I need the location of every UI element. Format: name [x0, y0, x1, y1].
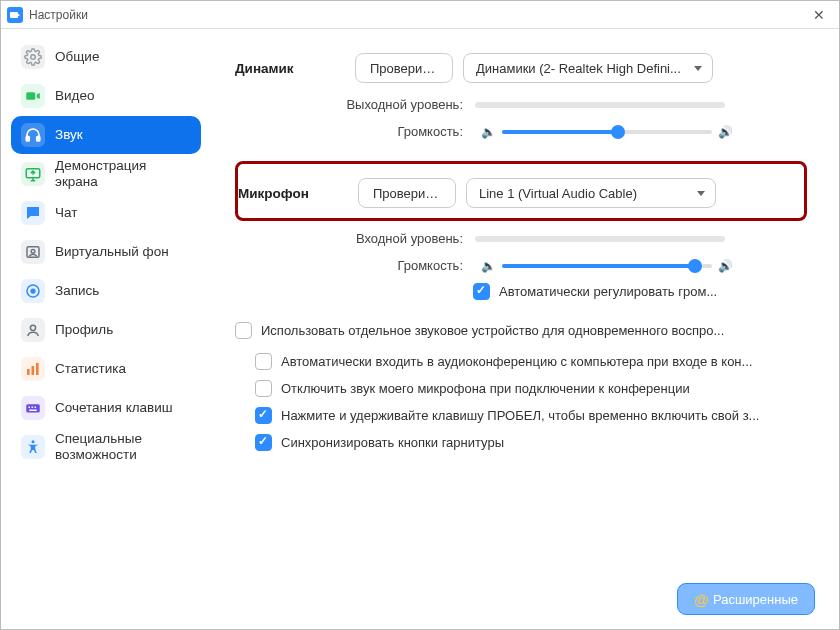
- option-auto-join: Автоматически входить в аудиоконференцию…: [255, 353, 807, 370]
- sidebar-item-label: Демонстрация экрана: [55, 158, 191, 189]
- headphones-icon: [21, 123, 45, 147]
- mic-volume-slider[interactable]: [502, 264, 712, 268]
- mic-device-dropdown[interactable]: Line 1 (Virtual Audio Cable): [466, 178, 716, 208]
- chat-icon: [21, 201, 45, 225]
- svg-rect-14: [29, 407, 31, 409]
- sidebar-item-profile[interactable]: Профиль: [11, 311, 201, 349]
- sidebar-item-label: Сочетания клавиш: [55, 400, 173, 416]
- options-section: Использовать отдельное звуковое устройст…: [235, 322, 807, 451]
- volume-down-icon: 🔈: [481, 259, 496, 273]
- gear-icon: [21, 45, 45, 69]
- volume-up-icon: 🔊: [718, 259, 733, 273]
- video-icon: [21, 84, 45, 108]
- svg-rect-5: [27, 247, 39, 258]
- input-level-label: Входной уровень:: [335, 231, 475, 246]
- advanced-button-label: Расширенные: [713, 592, 798, 607]
- mic-label: Микрофон: [238, 186, 358, 201]
- advanced-button[interactable]: Расширенные: [677, 583, 815, 615]
- speaker-label: Динамик: [235, 61, 355, 76]
- mic-volume-label: Громкость:: [335, 258, 475, 273]
- window-title: Настройки: [29, 8, 805, 22]
- sidebar-item-share[interactable]: Демонстрация экрана: [11, 155, 201, 193]
- svg-rect-15: [32, 407, 34, 409]
- svg-point-18: [32, 440, 35, 443]
- stats-icon: [21, 357, 45, 381]
- close-icon[interactable]: ✕: [805, 7, 833, 23]
- mic-row: Микрофон Проверить ... Line 1 (Virtual A…: [238, 178, 792, 208]
- speaker-device-dropdown[interactable]: Динамики (2- Realtek High Defini...: [463, 53, 713, 83]
- output-level-row: Выходной уровень:: [235, 97, 807, 112]
- sidebar-item-chat[interactable]: Чат: [11, 194, 201, 232]
- speaker-volume-slider[interactable]: [502, 130, 712, 134]
- speaker-row: Динамик Проверить ... Динамики (2- Realt…: [235, 53, 807, 83]
- space-unmute-checkbox[interactable]: [255, 407, 272, 424]
- keyboard-icon: [21, 396, 45, 420]
- virtual-bg-icon: [21, 240, 45, 264]
- sidebar-item-shortcuts[interactable]: Сочетания клавиш: [11, 389, 201, 427]
- sidebar-item-general[interactable]: Общие: [11, 38, 201, 76]
- svg-rect-17: [29, 410, 37, 412]
- auto-join-label: Автоматически входить в аудиоконференцию…: [281, 354, 752, 369]
- sidebar-item-virtualbg[interactable]: Виртуальный фон: [11, 233, 201, 271]
- separate-audio-label: Использовать отдельное звуковое устройст…: [261, 323, 724, 338]
- sidebar-item-label: Общие: [55, 49, 99, 65]
- accessibility-icon: [21, 435, 45, 459]
- auto-adjust-row: Автоматически регулировать гром...: [235, 283, 807, 300]
- test-speaker-button[interactable]: Проверить ...: [355, 53, 453, 83]
- option-space-unmute: Нажмите и удерживайте клавишу ПРОБЕЛ, чт…: [255, 407, 807, 424]
- sidebar-item-statistics[interactable]: Статистика: [11, 350, 201, 388]
- svg-point-8: [30, 288, 35, 293]
- sidebar-item-recording[interactable]: Запись: [11, 272, 201, 310]
- main-panel: Динамик Проверить ... Динамики (2- Realt…: [211, 29, 839, 629]
- option-sync-headset: Синхронизировать кнопки гарнитуры: [255, 434, 807, 451]
- app-icon: [7, 7, 23, 23]
- option-separate-audio: Использовать отдельное звуковое устройст…: [235, 322, 807, 339]
- mute-mic-checkbox[interactable]: [255, 380, 272, 397]
- sidebar-item-accessibility[interactable]: Специальные возможности: [11, 428, 201, 466]
- option-mute-mic: Отключить звук моего микрофона при подкл…: [255, 380, 807, 397]
- svg-rect-2: [26, 137, 29, 142]
- input-level-meter: [475, 236, 725, 242]
- svg-rect-10: [27, 369, 30, 375]
- sidebar-item-label: Звук: [55, 127, 83, 143]
- speaker-volume-label: Громкость:: [335, 124, 475, 139]
- svg-rect-12: [36, 363, 39, 375]
- speaker-volume-row: Громкость: 🔈 🔊: [235, 124, 807, 139]
- volume-down-icon: 🔈: [481, 125, 496, 139]
- settings-window: Настройки ✕ Общие Видео Звук: [0, 0, 840, 630]
- svg-point-0: [31, 55, 36, 60]
- sync-headset-checkbox[interactable]: [255, 434, 272, 451]
- speaker-device-value: Динамики (2- Realtek High Defini...: [476, 61, 681, 76]
- microphone-highlight: Микрофон Проверить ... Line 1 (Virtual A…: [235, 161, 807, 221]
- auto-adjust-checkbox[interactable]: [473, 283, 490, 300]
- input-level-row: Входной уровень:: [235, 231, 807, 246]
- auto-adjust-label: Автоматически регулировать гром...: [499, 284, 717, 299]
- sidebar: Общие Видео Звук Демонстрация экрана: [1, 29, 211, 629]
- output-level-meter: [475, 102, 725, 108]
- sidebar-item-audio[interactable]: Звук: [11, 116, 201, 154]
- sync-headset-label: Синхронизировать кнопки гарнитуры: [281, 435, 504, 450]
- profile-icon: [21, 318, 45, 342]
- svg-rect-11: [32, 366, 35, 375]
- mic-volume-row: Громкость: 🔈 🔊: [235, 258, 807, 273]
- output-level-label: Выходной уровень:: [335, 97, 475, 112]
- test-mic-button[interactable]: Проверить ...: [358, 178, 456, 208]
- sidebar-item-label: Виртуальный фон: [55, 244, 169, 260]
- svg-point-6: [31, 249, 35, 253]
- sidebar-item-label: Запись: [55, 283, 99, 299]
- share-screen-icon: [21, 162, 45, 186]
- record-icon: [21, 279, 45, 303]
- mic-device-value: Line 1 (Virtual Audio Cable): [479, 186, 637, 201]
- svg-point-9: [30, 325, 35, 330]
- mute-mic-label: Отключить звук моего микрофона при подкл…: [281, 381, 690, 396]
- sidebar-item-label: Чат: [55, 205, 77, 221]
- svg-rect-3: [37, 137, 40, 142]
- sidebar-item-label: Профиль: [55, 322, 113, 338]
- volume-up-icon: 🔊: [718, 125, 733, 139]
- auto-join-checkbox[interactable]: [255, 353, 272, 370]
- space-unmute-label: Нажмите и удерживайте клавишу ПРОБЕЛ, чт…: [281, 408, 759, 423]
- sidebar-item-video[interactable]: Видео: [11, 77, 201, 115]
- body: Общие Видео Звук Демонстрация экрана: [1, 29, 839, 629]
- separate-audio-checkbox[interactable]: [235, 322, 252, 339]
- sidebar-item-label: Специальные возможности: [55, 431, 191, 462]
